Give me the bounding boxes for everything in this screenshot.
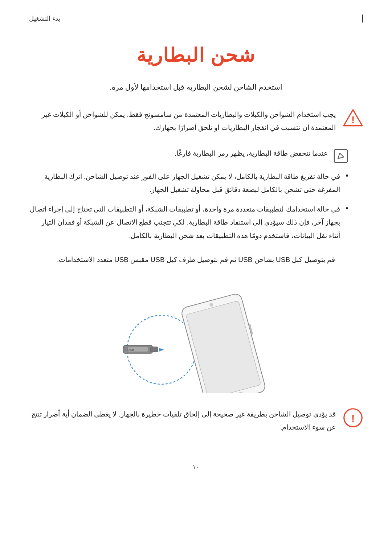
bullet-item-1: عندما تنخفض طاقة البطارية، يظهر رمز البط… xyxy=(29,147,348,164)
usb-instruction: قم بتوصيل كبل USB بشاحن USB ثم قم بتوصيل… xyxy=(29,253,363,266)
warning-block-2: ! قد يؤدي توصيل الشاحن بطريقة غير صحيحة … xyxy=(29,408,363,434)
bullet-section: عندما تنخفض طاقة البطارية، يظهر رمز البط… xyxy=(29,147,363,242)
svg-text:!: ! xyxy=(351,114,355,126)
svg-rect-11 xyxy=(186,300,261,393)
bullet-text-2: في حالة تفريغ طاقة البطارية بالكامل، لا … xyxy=(29,170,340,196)
bullet-dot-2: • xyxy=(346,171,348,180)
page-number: ١٠ xyxy=(29,463,363,471)
bullet-dot-3: • xyxy=(346,204,348,213)
page-title: شحن البطارية xyxy=(29,44,363,66)
svg-rect-7 xyxy=(151,347,158,352)
bullet-text-3: في حالة استخدامك لتطبيقات متعددة مرة واح… xyxy=(29,203,340,242)
warning-block-1: ! يجب استخدام الشواحن والكبلات والبطاريا… xyxy=(29,104,363,138)
intro-text: استخدم الشاحن لشحن البطارية قبل استخدامه… xyxy=(29,81,363,94)
device-illustration: USB xyxy=(105,277,287,393)
svg-text:!: ! xyxy=(351,413,355,424)
header-bar: بدء التشغيل xyxy=(29,15,363,22)
bullet-item-3: • في حالة استخدامك لتطبيقات متعددة مرة و… xyxy=(29,203,348,242)
triangle-warning-icon: ! xyxy=(343,108,363,128)
svg-rect-2 xyxy=(334,149,347,163)
warning2-text: قد يؤدي توصيل الشاحن بطريقة غير صحيحة إل… xyxy=(29,408,336,434)
svg-text:USB: USB xyxy=(127,348,134,352)
pencil-square-icon xyxy=(333,148,348,164)
header-text: بدء التشغيل xyxy=(29,15,60,22)
svg-marker-9 xyxy=(159,348,164,352)
circle-warning-icon: ! xyxy=(343,408,363,428)
warning1-text: يجب استخدام الشواحن والكبلات والبطاريات … xyxy=(29,108,336,134)
bullet-text-1: عندما تنخفض طاقة البطارية، يظهر رمز البط… xyxy=(175,147,328,160)
bullet-item-2: • في حالة تفريغ طاقة البطارية بالكامل، ل… xyxy=(29,170,348,196)
